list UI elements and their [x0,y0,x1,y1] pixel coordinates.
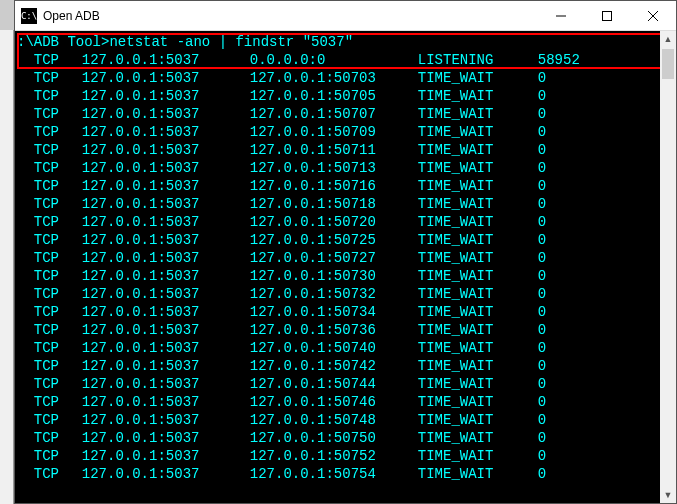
command-line: :\ADB Tool>netstat -ano | findstr "5037" [17,33,672,51]
window-title: Open ADB [43,9,538,23]
col-pid: 0 [538,159,546,177]
col-proto: TCP [34,195,82,213]
col-proto: TCP [34,177,82,195]
col-local-address: 127.0.0.1:5037 [82,51,250,69]
col-proto: TCP [34,321,82,339]
col-foreign-address: 127.0.0.1:50742 [250,357,418,375]
col-foreign-address: 127.0.0.1:50730 [250,267,418,285]
col-proto: TCP [34,105,82,123]
col-state: TIME_WAIT [418,447,538,465]
col-foreign-address: 127.0.0.1:50716 [250,177,418,195]
svg-rect-1 [603,11,612,20]
col-foreign-address: 127.0.0.1:50705 [250,87,418,105]
col-state: TIME_WAIT [418,321,538,339]
netstat-row: TCP127.0.0.1:5037127.0.0.1:50713TIME_WAI… [17,159,672,177]
col-pid: 0 [538,141,546,159]
netstat-row: TCP127.0.0.1:5037127.0.0.1:50727TIME_WAI… [17,249,672,267]
col-foreign-address: 127.0.0.1:50732 [250,285,418,303]
col-proto: TCP [34,51,82,69]
col-local-address: 127.0.0.1:5037 [82,411,250,429]
netstat-row: TCP127.0.0.1:5037127.0.0.1:50734TIME_WAI… [17,303,672,321]
col-state: TIME_WAIT [418,339,538,357]
col-local-address: 127.0.0.1:5037 [82,195,250,213]
scroll-up-arrow[interactable]: ▲ [660,31,676,47]
netstat-row: TCP127.0.0.1:5037127.0.0.1:50718TIME_WAI… [17,195,672,213]
col-state: TIME_WAIT [418,267,538,285]
col-state: TIME_WAIT [418,159,538,177]
app-icon: C:\ [21,8,37,24]
netstat-row: TCP127.0.0.1:5037127.0.0.1:50750TIME_WAI… [17,429,672,447]
col-local-address: 127.0.0.1:5037 [82,123,250,141]
col-pid: 0 [538,303,546,321]
col-local-address: 127.0.0.1:5037 [82,69,250,87]
col-proto: TCP [34,69,82,87]
col-proto: TCP [34,303,82,321]
col-state: TIME_WAIT [418,213,538,231]
col-state: TIME_WAIT [418,69,538,87]
netstat-row: TCP127.0.0.1:5037127.0.0.1:50705TIME_WAI… [17,87,672,105]
col-state: TIME_WAIT [418,141,538,159]
col-local-address: 127.0.0.1:5037 [82,267,250,285]
netstat-row: TCP127.0.0.1:5037127.0.0.1:50730TIME_WAI… [17,267,672,285]
col-state: TIME_WAIT [418,429,538,447]
col-pid: 0 [538,357,546,375]
col-foreign-address: 127.0.0.1:50748 [250,411,418,429]
col-state: TIME_WAIT [418,231,538,249]
col-proto: TCP [34,87,82,105]
col-foreign-address: 127.0.0.1:50718 [250,195,418,213]
terminal-output[interactable]: :\ADB Tool>netstat -ano | findstr "5037"… [15,31,676,503]
minimize-button[interactable] [538,1,584,30]
col-proto: TCP [34,267,82,285]
col-local-address: 127.0.0.1:5037 [82,393,250,411]
col-state: TIME_WAIT [418,87,538,105]
col-state: TIME_WAIT [418,303,538,321]
col-pid: 0 [538,87,546,105]
col-proto: TCP [34,249,82,267]
col-local-address: 127.0.0.1:5037 [82,321,250,339]
col-pid: 0 [538,195,546,213]
titlebar[interactable]: C:\ Open ADB [15,1,676,31]
vertical-scrollbar[interactable]: ▲ ▼ [660,31,676,503]
col-proto: TCP [34,213,82,231]
col-proto: TCP [34,285,82,303]
col-state: TIME_WAIT [418,249,538,267]
col-foreign-address: 127.0.0.1:50703 [250,69,418,87]
col-pid: 0 [538,321,546,339]
col-local-address: 127.0.0.1:5037 [82,105,250,123]
col-state: TIME_WAIT [418,393,538,411]
col-foreign-address: 127.0.0.1:50707 [250,105,418,123]
col-foreign-address: 127.0.0.1:50744 [250,375,418,393]
col-foreign-address: 127.0.0.1:50750 [250,429,418,447]
col-local-address: 127.0.0.1:5037 [82,465,250,483]
col-foreign-address: 127.0.0.1:50711 [250,141,418,159]
col-foreign-address: 127.0.0.1:50734 [250,303,418,321]
close-button[interactable] [630,1,676,30]
col-proto: TCP [34,141,82,159]
scrollbar-thumb[interactable] [662,49,674,79]
col-pid: 0 [538,339,546,357]
col-foreign-address: 127.0.0.1:50736 [250,321,418,339]
background-window-edge [0,30,14,504]
maximize-button[interactable] [584,1,630,30]
netstat-row: TCP127.0.0.1:5037127.0.0.1:50748TIME_WAI… [17,411,672,429]
col-state: TIME_WAIT [418,375,538,393]
col-state: LISTENING [418,51,538,69]
col-local-address: 127.0.0.1:5037 [82,159,250,177]
col-foreign-address: 127.0.0.1:50709 [250,123,418,141]
col-local-address: 127.0.0.1:5037 [82,447,250,465]
scroll-down-arrow[interactable]: ▼ [660,487,676,503]
col-proto: TCP [34,231,82,249]
col-pid: 0 [538,393,546,411]
netstat-row: TCP127.0.0.1:5037127.0.0.1:50744TIME_WAI… [17,375,672,393]
col-state: TIME_WAIT [418,177,538,195]
col-local-address: 127.0.0.1:5037 [82,177,250,195]
col-state: TIME_WAIT [418,123,538,141]
col-foreign-address: 127.0.0.1:50746 [250,393,418,411]
col-pid: 0 [538,429,546,447]
col-foreign-address: 127.0.0.1:50725 [250,231,418,249]
col-state: TIME_WAIT [418,465,538,483]
col-proto: TCP [34,393,82,411]
netstat-row: TCP127.0.0.1:5037127.0.0.1:50752TIME_WAI… [17,447,672,465]
col-local-address: 127.0.0.1:5037 [82,213,250,231]
col-local-address: 127.0.0.1:5037 [82,375,250,393]
